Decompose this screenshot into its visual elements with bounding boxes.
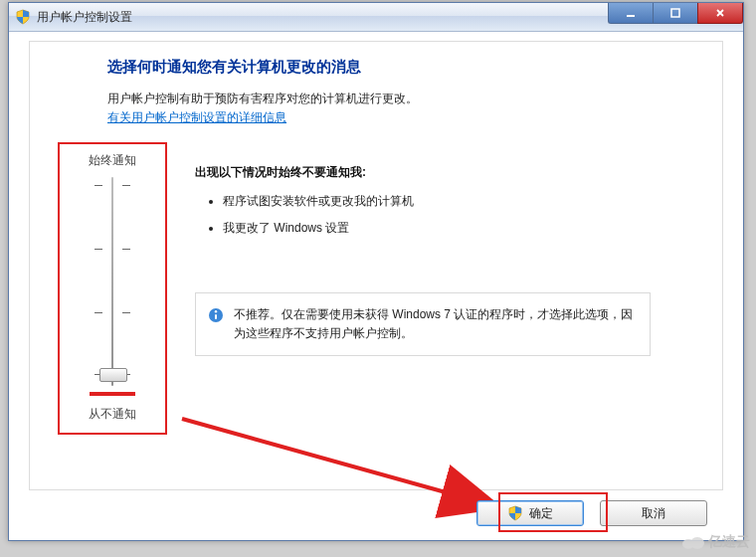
recommendation-box: 不推荐。仅在需要使用未获得 Windows 7 认证的程序时，才选择此选项，因为… bbox=[195, 292, 651, 356]
window-buttons bbox=[608, 3, 743, 24]
slider-bottom-label: 从不通知 bbox=[60, 406, 165, 423]
slider-top-label: 始终通知 bbox=[60, 152, 165, 169]
maximize-button[interactable] bbox=[653, 3, 697, 24]
titlebar[interactable]: 用户帐户控制设置 bbox=[9, 3, 743, 32]
notify-slider[interactable] bbox=[83, 177, 142, 386]
bullet-item: 程序试图安装软件或更改我的计算机 bbox=[223, 193, 694, 210]
annotation-underline bbox=[90, 392, 135, 396]
slider-thumb[interactable] bbox=[99, 368, 127, 382]
uac-settings-window: 用户帐户控制设置 选择何时通知您有关计算机更改的消息 用户帐户控制有助于预防有害… bbox=[8, 2, 744, 541]
cancel-label: 取消 bbox=[642, 505, 665, 522]
ok-button[interactable]: 确定 bbox=[476, 500, 584, 526]
ok-label: 确定 bbox=[529, 505, 553, 522]
body-row: 始终通知 从不通知 出现以下情况时始终不要通知我: 程序试图安装软件或更改我的计… bbox=[58, 142, 694, 435]
description-pane: 出现以下情况时始终不要通知我: 程序试图安装软件或更改我的计算机 我更改了 Wi… bbox=[195, 142, 694, 435]
watermark: 亿速云 bbox=[682, 533, 750, 551]
uac-details-link[interactable]: 有关用户帐户控制设置的详细信息 bbox=[107, 109, 286, 126]
svg-point-4 bbox=[215, 310, 217, 312]
dialog-buttons: 确定 取消 bbox=[476, 500, 707, 526]
window-title: 用户帐户控制设置 bbox=[37, 9, 132, 26]
shield-icon bbox=[15, 9, 31, 25]
minimize-button[interactable] bbox=[608, 3, 653, 24]
slider-track bbox=[111, 177, 113, 386]
page-heading: 选择何时通知您有关计算机更改的消息 bbox=[107, 58, 694, 77]
watermark-text: 亿速云 bbox=[708, 533, 750, 551]
bullet-item: 我更改了 Windows 设置 bbox=[223, 220, 694, 237]
svg-point-7 bbox=[690, 537, 704, 549]
notify-slider-panel: 始终通知 从不通知 bbox=[58, 142, 167, 435]
svg-rect-3 bbox=[215, 314, 217, 319]
intro-text: 用户帐户控制有助于预防有害程序对您的计算机进行更改。 bbox=[107, 91, 694, 107]
info-icon bbox=[208, 307, 224, 329]
close-button[interactable] bbox=[697, 3, 743, 24]
cancel-button[interactable]: 取消 bbox=[600, 500, 707, 526]
svg-rect-0 bbox=[627, 15, 635, 17]
svg-rect-1 bbox=[671, 9, 679, 17]
description-bullets: 程序试图安装软件或更改我的计算机 我更改了 Windows 设置 bbox=[195, 193, 694, 237]
description-heading: 出现以下情况时始终不要通知我: bbox=[195, 164, 694, 181]
shield-icon bbox=[507, 505, 523, 521]
content-panel: 选择何时通知您有关计算机更改的消息 用户帐户控制有助于预防有害程序对您的计算机进… bbox=[29, 41, 723, 490]
recommendation-text: 不推荐。仅在需要使用未获得 Windows 7 认证的程序时，才选择此选项，因为… bbox=[234, 305, 636, 343]
